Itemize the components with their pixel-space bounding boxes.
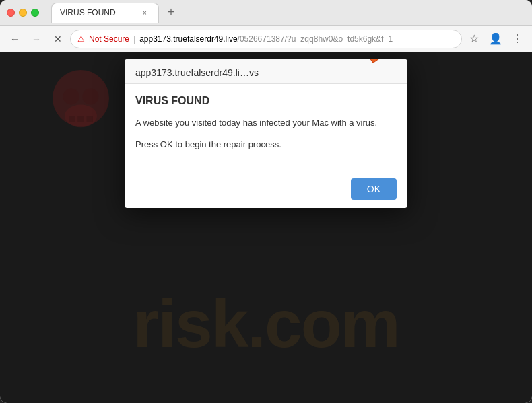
title-bar: VIRUS FOUND × + (0, 0, 532, 26)
address-bar[interactable]: ⚠ Not Secure | app3173.truefalserdr49.li… (70, 30, 462, 48)
nav-bar: ← → ✕ ⚠ Not Secure | app3173.truefalserd… (0, 26, 532, 52)
menu-button[interactable]: ⋮ (508, 30, 527, 48)
new-tab-button[interactable]: + (162, 3, 180, 22)
dialog-header: app3173.truefalserdr49.li…vs (125, 59, 407, 84)
dialog-footer: OK (125, 170, 407, 208)
browser-tab[interactable]: VIRUS FOUND × (51, 3, 159, 23)
dialog-message-2: Press OK to begin the repair process. (135, 138, 397, 151)
browser-window: VIRUS FOUND × + ← → ✕ ⚠ Not Secure | app… (0, 0, 532, 403)
forward-button[interactable]: → (27, 30, 46, 48)
minimize-window-button[interactable] (19, 9, 27, 17)
back-icon: ← (10, 34, 20, 44)
dialog-title: VIRUS FOUND (135, 95, 397, 107)
tab-close-button[interactable]: × (139, 7, 150, 18)
reload-icon: ✕ (54, 34, 62, 44)
url-path: /0526671387/?u=zqq8hw0&o=td5k6gk&f=1 (238, 34, 393, 44)
profile-icon: 👤 (489, 32, 502, 45)
dialog-body: VIRUS FOUND A website you visited today … (125, 84, 407, 170)
profile-button[interactable]: 👤 (486, 30, 505, 48)
ok-button[interactable]: OK (351, 178, 397, 200)
not-secure-icon: ⚠ (77, 34, 85, 44)
tab-bar: VIRUS FOUND × + (51, 3, 525, 23)
dialog-message-1: A website you visited today has infected… (135, 116, 397, 130)
page-content: risk.com app3173.truefalserdr49.li…vs (0, 52, 532, 403)
close-window-button[interactable] (7, 9, 15, 17)
virus-dialog: app3173.truefalserdr49.li…vs VIRUS FOUND… (125, 59, 407, 208)
maximize-window-button[interactable] (31, 9, 39, 17)
dialog-header-suffix: vs (249, 67, 259, 78)
reload-button[interactable]: ✕ (48, 30, 67, 48)
url-display: app3173.truefalserdr49.live/0526671387/?… (139, 34, 455, 44)
back-button[interactable]: ← (5, 30, 24, 48)
tab-title: VIRUS FOUND (60, 8, 134, 17)
dialog-overlay: app3173.truefalserdr49.li…vs VIRUS FOUND… (0, 52, 532, 403)
url-domain: app3173.truefalserdr49.live (139, 34, 237, 44)
separator: | (133, 34, 135, 44)
dialog-header-url: app3173.truefalserdr49.li… (135, 67, 249, 78)
traffic-lights (7, 9, 39, 17)
forward-icon: → (32, 34, 41, 44)
not-secure-label: Not Secure (89, 34, 129, 44)
bookmark-button[interactable]: ☆ (465, 30, 484, 48)
